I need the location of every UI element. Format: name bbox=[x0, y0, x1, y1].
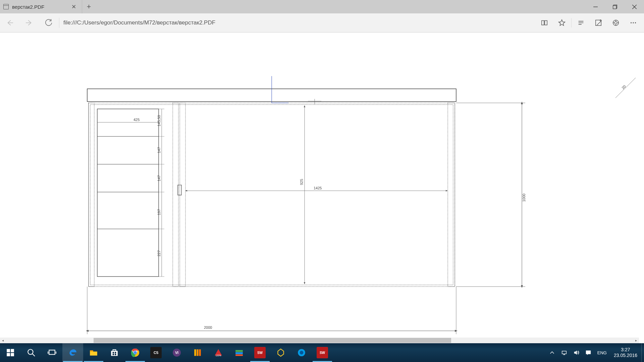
webnote-button[interactable] bbox=[590, 13, 607, 33]
svg-rect-69 bbox=[562, 351, 566, 354]
svg-rect-61 bbox=[197, 349, 198, 356]
taskbar-app-2[interactable]: VI bbox=[166, 343, 187, 362]
dim-height-total: 1000 bbox=[522, 194, 526, 202]
url-text[interactable]: file:///C:/Users/egor/Documents/M72/верс… bbox=[61, 19, 536, 26]
taskbar-app-3[interactable] bbox=[187, 343, 208, 362]
dim-main-width: 1425 bbox=[314, 186, 322, 190]
taskbar-app-1[interactable]: C5 bbox=[146, 343, 166, 362]
taskbar-app-5[interactable] bbox=[229, 343, 250, 362]
dim-main-height: 925 bbox=[300, 179, 304, 185]
scroll-track[interactable] bbox=[6, 338, 633, 343]
svg-rect-47 bbox=[49, 350, 55, 354]
tray-date: 23.05.2016 bbox=[614, 353, 637, 359]
search-button[interactable] bbox=[21, 343, 42, 362]
app-icon: VI bbox=[171, 347, 182, 358]
svg-rect-1 bbox=[613, 5, 616, 9]
favorite-button[interactable] bbox=[553, 13, 571, 33]
taskbar: C5 VI 120% SW SW ENG 3:27 23.05.2016 bbox=[0, 343, 644, 362]
more-button[interactable] bbox=[625, 13, 642, 33]
scroll-thumb[interactable] bbox=[94, 338, 451, 343]
refresh-button[interactable] bbox=[39, 13, 58, 33]
hub-button[interactable] bbox=[572, 13, 590, 33]
svg-point-4 bbox=[614, 21, 617, 24]
svg-rect-60 bbox=[194, 349, 196, 356]
tray-volume-icon[interactable] bbox=[570, 343, 582, 362]
technical-drawing: 2000 1000 1425 925 425 145,50 147 147 19… bbox=[0, 33, 644, 343]
browser-tab[interactable]: верстак2.PDF ✕ bbox=[0, 0, 82, 13]
solidworks-icon: SW bbox=[254, 347, 266, 358]
svg-rect-64 bbox=[235, 350, 243, 352]
svg-rect-9 bbox=[89, 103, 455, 287]
tray-notifications-icon[interactable] bbox=[582, 343, 594, 362]
dim-shelf-width: 425 bbox=[133, 118, 140, 122]
svg-point-7 bbox=[635, 22, 636, 23]
folder-icon bbox=[88, 347, 99, 358]
toolbar-separator bbox=[571, 18, 572, 27]
svg-rect-53 bbox=[115, 354, 116, 355]
taskbar-solidworks-1[interactable]: SW bbox=[250, 343, 270, 362]
tab-close-button[interactable]: ✕ bbox=[69, 3, 78, 10]
taskbar-app-6[interactable] bbox=[270, 343, 291, 362]
show-desktop-button[interactable] bbox=[641, 343, 644, 362]
solidworks-icon: SW bbox=[317, 347, 328, 358]
svg-point-5 bbox=[631, 22, 632, 23]
system-tray: ENG 3:27 23.05.2016 bbox=[546, 343, 644, 362]
close-button[interactable] bbox=[625, 0, 644, 13]
start-button[interactable] bbox=[0, 343, 21, 362]
svg-point-68 bbox=[300, 351, 304, 355]
maximize-button[interactable] bbox=[605, 0, 625, 13]
taskbar-edge[interactable] bbox=[62, 343, 83, 362]
svg-rect-14 bbox=[448, 103, 455, 287]
dim-shelf-4: 227 bbox=[157, 250, 161, 256]
share-button[interactable] bbox=[607, 13, 625, 33]
app-icon: 120% bbox=[213, 347, 224, 358]
app-icon: C5 bbox=[150, 347, 162, 358]
svg-rect-50 bbox=[113, 352, 114, 353]
scroll-right-button[interactable]: ▸ bbox=[633, 338, 639, 343]
app-icon bbox=[192, 347, 203, 358]
tab-title: верстак2.PDF bbox=[12, 4, 69, 10]
tray-network-icon[interactable] bbox=[558, 343, 570, 362]
tray-clock[interactable]: 3:27 23.05.2016 bbox=[610, 343, 641, 362]
app-icon bbox=[233, 347, 245, 358]
addr-separator bbox=[59, 18, 59, 28]
svg-rect-70 bbox=[586, 351, 591, 354]
forward-button[interactable] bbox=[19, 13, 39, 33]
horizontal-scrollbar[interactable]: ◂ ▸ bbox=[0, 338, 639, 343]
reading-view-button[interactable] bbox=[536, 13, 553, 33]
svg-rect-10 bbox=[90, 105, 453, 285]
scroll-left-button[interactable]: ◂ bbox=[0, 338, 6, 343]
dim-width-total: 2000 bbox=[204, 325, 212, 329]
svg-rect-15 bbox=[97, 109, 159, 277]
svg-rect-45 bbox=[11, 353, 14, 356]
svg-rect-44 bbox=[7, 353, 10, 356]
taskbar-solidworks-2[interactable]: SW bbox=[312, 343, 333, 362]
svg-text:120%: 120% bbox=[216, 354, 221, 357]
svg-rect-48 bbox=[90, 351, 93, 352]
taskbar-app-7[interactable] bbox=[291, 343, 312, 362]
taskbar-store[interactable] bbox=[104, 343, 125, 362]
new-tab-button[interactable]: + bbox=[82, 0, 96, 13]
taskbar-chrome[interactable] bbox=[125, 343, 146, 362]
window-controls bbox=[586, 0, 644, 13]
taskbar-explorer[interactable] bbox=[83, 343, 104, 362]
svg-point-46 bbox=[28, 349, 33, 354]
edge-icon bbox=[67, 347, 78, 358]
svg-rect-52 bbox=[113, 354, 114, 355]
svg-point-6 bbox=[633, 22, 634, 23]
svg-rect-11 bbox=[89, 103, 94, 287]
pdf-viewport[interactable]: 2000 1000 1425 925 425 145,50 147 147 19… bbox=[0, 33, 644, 343]
chrome-icon bbox=[129, 347, 141, 358]
tray-language[interactable]: ENG bbox=[594, 343, 610, 362]
minimize-button[interactable] bbox=[586, 0, 605, 13]
svg-rect-43 bbox=[11, 349, 14, 352]
app-icon bbox=[275, 347, 286, 358]
svg-rect-65 bbox=[235, 352, 243, 354]
back-button[interactable] bbox=[0, 13, 19, 33]
store-icon bbox=[109, 347, 120, 358]
taskbar-app-4[interactable]: 120% bbox=[208, 343, 229, 362]
taskview-button[interactable] bbox=[42, 343, 62, 362]
titlebar: верстак2.PDF ✕ + bbox=[0, 0, 644, 13]
svg-rect-42 bbox=[7, 349, 10, 352]
tray-chevron-icon[interactable] bbox=[546, 343, 558, 362]
